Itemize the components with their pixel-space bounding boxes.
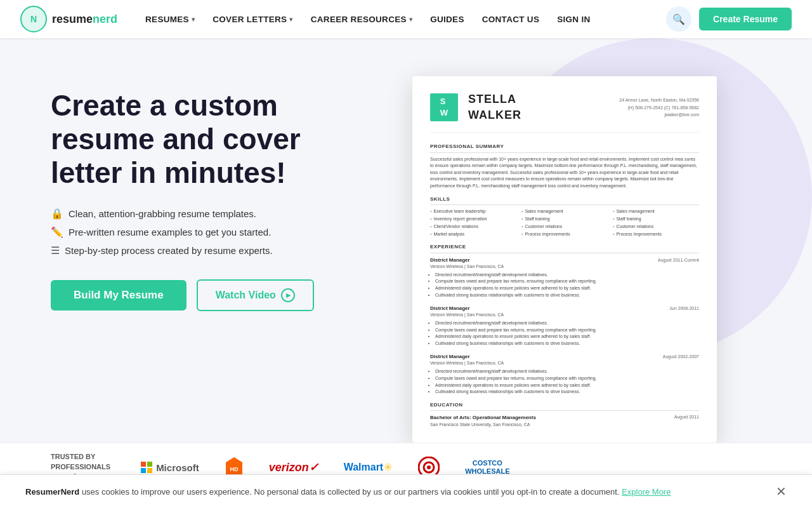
- resume-education-title: EDUCATION: [430, 401, 699, 411]
- hero-left: Create a custom resume and cover letter …: [51, 76, 368, 311]
- education-entry: Bachelor of Arts: Operational Management…: [430, 414, 699, 427]
- feature-item-process: ☰ Step-by-step process created by resume…: [51, 244, 368, 257]
- resume-skills-grid: Executive team leadership Sales manageme…: [430, 208, 699, 237]
- resume-summary-text: Successful sales professional with 10+ y…: [430, 156, 699, 190]
- skill-item: Process Improvements: [613, 231, 699, 237]
- play-icon: ▶: [281, 288, 295, 302]
- skill-item: Staff training: [613, 216, 699, 222]
- job-bullet: Administered daily operations to ensure …: [435, 382, 699, 389]
- job-bullets: Directed recruitment/training/staff deve…: [430, 368, 699, 395]
- hero-features: 🔒 Clean, attention-grabbing resume templ…: [51, 208, 368, 257]
- cookie-brand: ResumerNerd: [25, 487, 79, 492]
- nav-item-guides[interactable]: GUIDES: [422, 0, 472, 38]
- cookie-text: ResumerNerd uses cookies to improve our …: [25, 487, 763, 492]
- svg-text:N: N: [30, 14, 37, 24]
- costco-logo: COSTCOWHOLESALE: [465, 459, 509, 476]
- create-resume-button[interactable]: Create Resume: [699, 8, 792, 30]
- nav-item-signin[interactable]: SIGN IN: [549, 0, 598, 38]
- skill-item: Staff training: [521, 216, 608, 222]
- resume-summary-title: PROFESSIONAL SUMMARY: [430, 143, 699, 152]
- job-bullet: Directed recruitment/training/staff deve…: [435, 368, 699, 375]
- svg-point-7: [427, 465, 431, 469]
- resume-preview-card: SW STELLAWALKER 24 Armor Lane, North Eas…: [412, 76, 717, 443]
- skill-item: Customer relations: [613, 224, 699, 230]
- company-name: Verizon Wireless | San Francisco, CA: [430, 360, 699, 366]
- search-button[interactable]: 🔍: [666, 6, 691, 32]
- experience-entry: District Manager August 2002-2007 Verizo…: [430, 353, 699, 395]
- job-date: Jun 2008-2011: [669, 305, 699, 312]
- list-icon: ☰: [51, 244, 60, 257]
- nav-right: 🔍 Create Resume: [666, 6, 792, 32]
- svg-text:HD: HD: [230, 466, 238, 472]
- chevron-down-icon: ▾: [192, 16, 195, 23]
- job-title: District Manager: [430, 257, 470, 264]
- edu-date: August 2011: [674, 414, 699, 421]
- nav-item-contact[interactable]: CONTACT US: [475, 0, 547, 38]
- experience-entry: District Manager Jun 2008-2011 Verizon W…: [430, 305, 699, 347]
- job-bullet: Compute taxes owed and prepare tax retur…: [435, 327, 699, 333]
- job-bullet: Cultivated strong business relationships…: [435, 292, 699, 298]
- job-bullet: Compute taxes owed and prepare tax retur…: [435, 375, 699, 382]
- resume-skills-title: SKILLS: [430, 196, 699, 205]
- job-bullet: Compute taxes owed and prepare tax retur…: [435, 278, 699, 284]
- job-title: District Manager: [430, 305, 470, 312]
- logo-text: resumenerd: [52, 13, 117, 26]
- skill-item: Sales management: [521, 208, 608, 215]
- cookie-close-button[interactable]: ✕: [776, 484, 787, 491]
- skill-item: Inventory report generation: [430, 216, 516, 222]
- job-bullet: Administered daily operations to ensure …: [435, 333, 699, 340]
- chevron-down-icon: ▾: [289, 16, 292, 23]
- navbar: N resumenerd RESUMES ▾ COVER LETTERS ▾ C…: [0, 0, 812, 38]
- job-bullet: Cultivated strong business relationships…: [435, 340, 699, 347]
- company-name: Verizon Wireless | San Francisco, CA: [430, 264, 699, 270]
- feature-item-examples: ✏️ Pre-written resume examples to get yo…: [51, 226, 368, 238]
- job-bullets: Directed recruitment/training/staff deve…: [430, 272, 699, 298]
- skill-item: Process improvements: [521, 231, 608, 237]
- nav-item-resumes[interactable]: RESUMES ▾: [138, 0, 202, 38]
- job-title: District Manager: [430, 353, 470, 360]
- hero-right: SW STELLAWALKER 24 Armor Lane, North Eas…: [368, 76, 761, 443]
- job-bullets: Directed recruitment/training/staff deve…: [430, 320, 699, 347]
- microsoft-grid-icon: [141, 462, 152, 473]
- walmart-text: Walmart: [344, 462, 384, 473]
- skill-item: Sales management: [613, 208, 699, 215]
- microsoft-logo: Microsoft: [141, 462, 199, 473]
- experience-entry: District Manager August 2011-Current Ver…: [430, 257, 699, 298]
- resume-name: STELLAWALKER: [468, 91, 609, 123]
- cookie-bar: ResumerNerd uses cookies to improve our …: [0, 474, 812, 491]
- job-date: August 2002-2007: [663, 354, 699, 360]
- hero-title: Create a custom resume and cover letter …: [51, 89, 368, 190]
- template-icon: 🔒: [51, 208, 63, 220]
- walmart-spark-icon: ✳: [383, 460, 393, 474]
- logo[interactable]: N resumenerd: [20, 6, 117, 32]
- hero-buttons: Build My Resume Watch Video ▶: [51, 279, 368, 311]
- skill-item: Customer relations: [521, 224, 608, 230]
- skill-item: Client/Vendor relations: [430, 224, 516, 230]
- job-bullet: Directed recruitment/training/staff deve…: [435, 320, 699, 326]
- skill-item: Market analysis: [430, 231, 516, 237]
- company-name: Verizon Wireless | San Francisco, CA: [430, 312, 699, 318]
- job-bullet: Cultivated strong business relationships…: [435, 389, 699, 395]
- logo-icon: N: [20, 6, 47, 32]
- edu-school: San Francisco State University, San Fran…: [430, 422, 699, 428]
- job-bullet: Directed recruitment/training/staff deve…: [435, 272, 699, 278]
- build-resume-button[interactable]: Build My Resume: [51, 280, 187, 311]
- feature-item-templates: 🔒 Clean, attention-grabbing resume templ…: [51, 208, 368, 220]
- nav-links: RESUMES ▾ COVER LETTERS ▾ CAREER RESOURC…: [138, 0, 666, 38]
- verizon-logo: verizon✓: [269, 460, 318, 474]
- resume-experience-title: EXPERIENCE: [430, 243, 699, 253]
- resume-name-block: STELLAWALKER: [468, 91, 609, 123]
- job-date: August 2011-Current: [658, 257, 699, 264]
- cookie-explore-link[interactable]: Explore More: [622, 487, 671, 492]
- edu-degree: Bachelor of Arts: Operational Management…: [430, 414, 536, 421]
- walmart-logo: Walmart ✳: [344, 460, 393, 474]
- watch-video-button[interactable]: Watch Video ▶: [197, 279, 314, 311]
- microsoft-text: Microsoft: [156, 462, 199, 473]
- hero-section: Create a custom resume and cover letter …: [0, 38, 812, 443]
- resume-avatar: SW: [430, 93, 458, 121]
- job-bullet: Administered daily operations to ensure …: [435, 285, 699, 291]
- nav-item-career-resources[interactable]: CAREER RESOURCES ▾: [303, 0, 420, 38]
- resume-contact: 24 Armor Lane, North Easton, Ma 02356 (H…: [619, 97, 699, 118]
- resume-header: SW STELLAWALKER 24 Armor Lane, North Eas…: [430, 91, 699, 133]
- nav-item-cover-letters[interactable]: COVER LETTERS ▾: [205, 0, 300, 38]
